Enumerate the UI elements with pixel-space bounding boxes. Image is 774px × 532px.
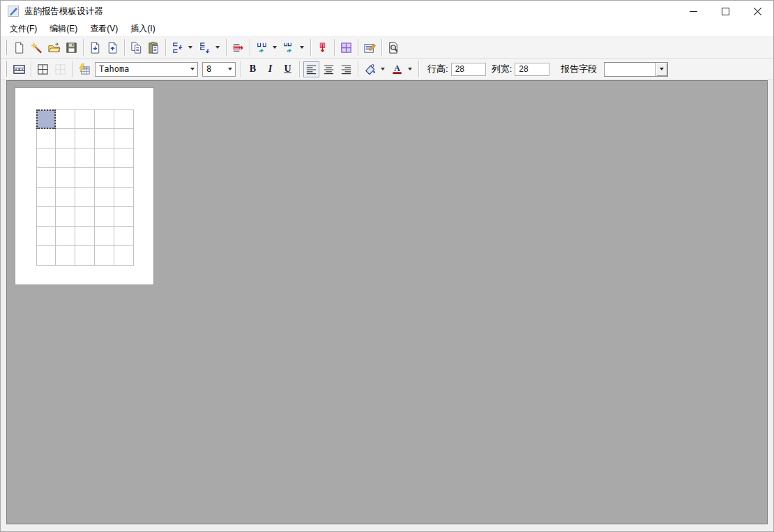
grid-cell[interactable] xyxy=(75,188,95,207)
grid-cell[interactable] xyxy=(56,246,75,266)
grid-cell[interactable] xyxy=(95,246,114,266)
new-button[interactable] xyxy=(11,40,27,56)
grid-cell[interactable] xyxy=(36,129,56,149)
grid-cell[interactable] xyxy=(95,168,114,188)
properties-button[interactable] xyxy=(362,40,378,56)
grid-cell[interactable] xyxy=(114,168,134,188)
grid-cell[interactable] xyxy=(56,207,75,227)
toolbar-gripper[interactable] xyxy=(5,61,7,77)
grid-cell[interactable] xyxy=(75,227,95,246)
grid-cell[interactable] xyxy=(114,188,134,207)
grid-cell[interactable] xyxy=(95,188,114,207)
close-button[interactable] xyxy=(741,1,773,22)
grid-cell[interactable] xyxy=(114,246,134,266)
grid-cell[interactable] xyxy=(56,188,75,207)
grid-cell[interactable] xyxy=(95,227,114,246)
fill-color-dropdown[interactable] xyxy=(379,61,387,77)
report-field-combo[interactable] xyxy=(604,62,668,77)
align-left-button[interactable] xyxy=(303,61,319,77)
col-width-input[interactable] xyxy=(515,63,549,76)
wizard-button[interactable] xyxy=(29,40,45,56)
menu-insert[interactable]: 插入(I) xyxy=(124,21,161,37)
report-page[interactable] xyxy=(15,87,154,285)
grid-cell[interactable] xyxy=(36,207,56,227)
insert-column-after-button[interactable] xyxy=(281,40,297,56)
grid-cell[interactable] xyxy=(56,129,75,149)
grid-cell[interactable] xyxy=(36,168,56,188)
menu-edit[interactable]: 编辑(E) xyxy=(43,21,84,37)
copy-button[interactable] xyxy=(128,40,144,56)
grid-cell[interactable] xyxy=(56,109,75,129)
bold-button[interactable]: B xyxy=(245,61,261,77)
table-grid-button[interactable] xyxy=(338,40,354,56)
grid-borders-button[interactable] xyxy=(35,61,51,77)
minimize-button[interactable] xyxy=(677,1,709,22)
insert-column-after-dropdown[interactable] xyxy=(298,40,306,56)
cell-text-button[interactable]: a xyxy=(11,61,27,77)
grid-cell[interactable] xyxy=(36,188,56,207)
grid-cell[interactable] xyxy=(75,168,95,188)
bold-icon: B xyxy=(250,63,256,75)
print-preview-button[interactable] xyxy=(386,40,402,56)
grid-cell[interactable] xyxy=(36,246,56,266)
chevron-down-icon[interactable] xyxy=(225,63,235,76)
fill-color-button[interactable] xyxy=(362,61,378,77)
design-canvas[interactable] xyxy=(6,80,768,524)
insert-row-before-button[interactable] xyxy=(169,40,185,56)
grid-cell[interactable] xyxy=(75,129,95,149)
underline-button[interactable]: U xyxy=(280,61,296,77)
italic-button[interactable]: I xyxy=(262,61,278,77)
format-grid-icon xyxy=(77,63,91,76)
dotted-grid-button[interactable] xyxy=(52,61,68,77)
insert-row-after-dropdown[interactable] xyxy=(213,40,222,56)
grid-cell[interactable] xyxy=(36,149,56,168)
delete-row-button[interactable] xyxy=(230,40,246,56)
font-color-dropdown[interactable] xyxy=(406,61,414,77)
grid-cell[interactable] xyxy=(36,227,56,246)
grid-cell[interactable] xyxy=(114,129,134,149)
toolbar-separator xyxy=(418,61,419,77)
selected-cell[interactable] xyxy=(36,109,56,129)
grid-cell[interactable] xyxy=(75,246,95,266)
font-color-button[interactable]: A xyxy=(389,61,405,77)
save-button[interactable] xyxy=(63,40,79,56)
grid-cell[interactable] xyxy=(114,227,134,246)
delete-column-button[interactable] xyxy=(314,40,331,56)
svg-text:a: a xyxy=(18,67,20,71)
font-size-combo[interactable]: 8 xyxy=(202,62,236,77)
toolbar-separator xyxy=(241,61,241,77)
insert-row-after-button[interactable] xyxy=(197,40,213,56)
format-grid-button[interactable] xyxy=(76,61,92,77)
open-button[interactable] xyxy=(46,40,62,56)
insert-row-before-dropdown[interactable] xyxy=(186,40,195,56)
export-template-button[interactable] xyxy=(105,40,121,56)
grid-cell[interactable] xyxy=(114,149,134,168)
align-center-button[interactable] xyxy=(321,61,337,77)
insert-column-before-button[interactable] xyxy=(254,40,270,56)
row-height-input[interactable] xyxy=(451,63,486,76)
grid-cell[interactable] xyxy=(75,109,95,129)
grid-cell[interactable] xyxy=(95,207,114,227)
chevron-down-icon[interactable] xyxy=(188,63,197,76)
import-template-button[interactable] xyxy=(87,40,103,56)
maximize-button[interactable] xyxy=(709,1,741,22)
chevron-down-icon[interactable] xyxy=(655,63,667,76)
paste-button[interactable] xyxy=(146,40,162,56)
toolbar-gripper[interactable] xyxy=(5,40,7,55)
grid-cell[interactable] xyxy=(114,207,134,227)
insert-column-before-dropdown[interactable] xyxy=(271,40,279,56)
grid-cell[interactable] xyxy=(56,149,75,168)
grid-cell[interactable] xyxy=(56,168,75,188)
menu-view[interactable]: 查看(V) xyxy=(84,21,124,37)
font-name-combo[interactable]: Tahoma xyxy=(95,62,198,77)
cell-text-icon: a xyxy=(13,63,26,76)
grid-cell[interactable] xyxy=(95,129,114,149)
align-right-button[interactable] xyxy=(338,61,354,77)
menu-file[interactable]: 文件(F) xyxy=(3,21,43,37)
grid-cell[interactable] xyxy=(56,227,75,246)
grid-cell[interactable] xyxy=(75,149,95,168)
grid-cell[interactable] xyxy=(114,109,134,129)
grid-cell[interactable] xyxy=(95,149,114,168)
grid-cell[interactable] xyxy=(95,109,114,129)
grid-cell[interactable] xyxy=(75,207,95,227)
